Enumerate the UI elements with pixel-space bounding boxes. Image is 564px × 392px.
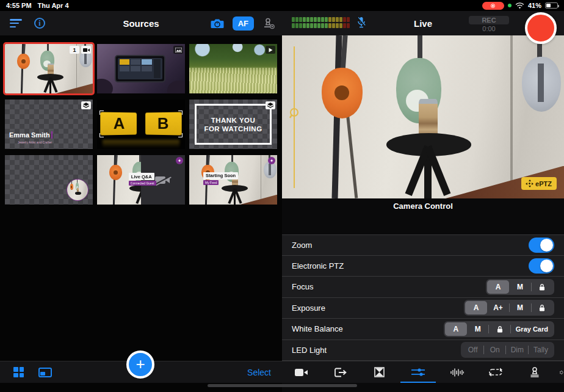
exposure-manual-button[interactable]: M xyxy=(509,301,531,314)
zoom-slider[interactable] xyxy=(294,46,295,188)
thanks-line1: THANK YOU xyxy=(211,117,256,124)
source-tile-thank-you[interactable]: THANK YOU FOR WATCHING xyxy=(189,100,277,149)
camera-number-badge: 1 xyxy=(70,46,79,54)
battery-icon xyxy=(545,2,558,9)
live-panel: Live REC 0:00 xyxy=(282,11,564,392)
source-tile-ipad-photo[interactable] xyxy=(97,44,185,93)
exposure-auto-button[interactable]: A xyxy=(465,301,487,314)
source-tile-live-qa[interactable]: Live Q&A Connected Guest ✦ xyxy=(97,155,185,205)
source-tile-starting-soon[interactable]: Starting Soon My Feed ✦ xyxy=(189,155,277,205)
focus-lock-button[interactable] xyxy=(531,280,553,294)
recording-indicator-pill[interactable] xyxy=(482,2,504,10)
source-tile-emma-lower-third[interactable]: Emma Smith Jewelry Artist and Crafter xyxy=(5,100,93,149)
transition-tab-icon xyxy=(374,367,385,377)
record-button[interactable] xyxy=(525,12,557,44)
adjust-tab-icon xyxy=(411,368,425,377)
settings-tab-icon xyxy=(559,367,564,378)
wb-manual-button[interactable]: M xyxy=(467,322,489,336)
tab-adjust[interactable] xyxy=(399,361,438,383)
wb-gray-card-button[interactable]: Gray Card xyxy=(511,322,553,336)
thank-you-frame: THANK YOU FOR WATCHING xyxy=(195,104,272,144)
focus-segmented-control: A M xyxy=(486,279,554,295)
audio-level-meter xyxy=(292,17,350,28)
starting-label: Starting Soon xyxy=(203,172,238,180)
row-electronic-ptz: Electronic PTZ xyxy=(282,256,564,277)
led-dim-button: Dim xyxy=(506,343,529,357)
sources-grid: 1 xyxy=(5,44,277,205)
tab-loop[interactable] xyxy=(477,361,516,383)
live-header: Live REC 0:00 xyxy=(282,11,564,35)
tab-stamp[interactable] xyxy=(515,361,554,383)
lower-third-text: Emma Smith Jewelry Artist and Crafter xyxy=(9,129,52,144)
eptz-button[interactable]: ePTZ xyxy=(521,177,557,190)
magnifier-handle-icon[interactable] xyxy=(289,107,300,120)
stamp-tab-icon xyxy=(529,367,540,377)
video-camera-badge-icon xyxy=(81,46,91,54)
camera-control-rows: Zoom Electronic PTZ Focus A M xyxy=(282,234,564,361)
wb-auto-button[interactable]: A xyxy=(445,322,467,336)
status-date: Thu Apr 4 xyxy=(38,2,69,9)
grid-view-icon[interactable] xyxy=(13,367,24,377)
led-light-segmented-control: Off On Dim Tally xyxy=(461,342,554,358)
exposure-label: Exposure xyxy=(292,303,325,313)
thanks-line2: FOR WATCHING xyxy=(204,125,262,132)
electronic-ptz-toggle[interactable] xyxy=(529,258,554,274)
focus-manual-button[interactable]: M xyxy=(509,280,531,294)
tab-transition[interactable] xyxy=(360,361,399,383)
info-icon[interactable]: i xyxy=(34,18,45,29)
tab-output[interactable] xyxy=(321,361,360,383)
home-indicator[interactable] xyxy=(208,384,357,387)
source-tile-camera-1[interactable]: 1 xyxy=(5,44,93,93)
source-tile-wheat-video[interactable] xyxy=(189,44,277,93)
row-led-light: LED Light Off On Dim Tally xyxy=(282,340,564,361)
focus-auto-button[interactable]: A xyxy=(487,280,509,294)
rec-label: REC xyxy=(469,16,509,24)
rec-time: 0:00 xyxy=(469,25,509,32)
audio-meter-row xyxy=(292,17,350,22)
led-light-label: LED Light xyxy=(292,346,327,355)
autofocus-button[interactable]: AF xyxy=(233,16,254,31)
photo-badge-icon xyxy=(173,46,183,54)
green-status-dot xyxy=(508,4,512,7)
live-preview[interactable]: ePTZ xyxy=(282,35,564,198)
menu-icon[interactable] xyxy=(10,19,22,27)
starting-sublabel: My Feed xyxy=(203,180,219,185)
tab-settings-partial[interactable] xyxy=(554,361,564,383)
select-button[interactable]: Select xyxy=(247,368,271,377)
row-zoom: Zoom xyxy=(282,234,564,256)
wifi-icon xyxy=(515,2,524,9)
switch-camera-icon[interactable] xyxy=(211,18,224,29)
add-source-button[interactable]: + xyxy=(126,350,154,379)
tab-audio[interactable] xyxy=(438,361,477,383)
zoom-label: Zoom xyxy=(292,241,312,250)
row-exposure: Exposure A A+ M xyxy=(282,298,564,319)
layers-badge-icon xyxy=(266,101,275,109)
led-tally-button: Tally xyxy=(529,343,553,357)
layers-badge-icon xyxy=(81,101,91,109)
led-off-button: Off xyxy=(462,343,484,357)
audio-tab-icon xyxy=(450,368,464,377)
lock-icon xyxy=(539,304,545,311)
audio-meter-row xyxy=(292,23,350,28)
status-bar: 4:55 PM Thu Apr 4 41% xyxy=(0,0,564,11)
eptz-move-icon xyxy=(526,180,533,187)
wb-lock-button[interactable] xyxy=(489,322,511,336)
text-caret xyxy=(51,131,52,139)
play-badge-icon xyxy=(266,46,275,54)
mic-muted-icon[interactable] xyxy=(356,16,366,29)
row-white-balance: White Balance A M Gray Card xyxy=(282,319,564,340)
tab-camera[interactable] xyxy=(282,361,321,383)
sources-panel: Sources i AF xyxy=(0,11,282,392)
focus-label: Focus xyxy=(292,282,313,291)
multiview-layout-icon[interactable] xyxy=(38,368,52,377)
add-overlay-stamp-icon[interactable] xyxy=(262,18,275,29)
source-tile-ab-banner[interactable]: A B xyxy=(97,100,185,149)
wheat-video-preview xyxy=(189,44,277,93)
pip-circle-preview xyxy=(67,179,89,201)
zoom-toggle[interactable] xyxy=(529,238,554,253)
scene-badge-icon: ✦ xyxy=(176,157,183,164)
banner-b: B xyxy=(145,112,182,135)
exposure-lock-button[interactable] xyxy=(531,301,553,314)
source-tile-pip-circle[interactable] xyxy=(5,155,93,205)
exposure-auto-plus-button[interactable]: A+ xyxy=(487,301,509,314)
